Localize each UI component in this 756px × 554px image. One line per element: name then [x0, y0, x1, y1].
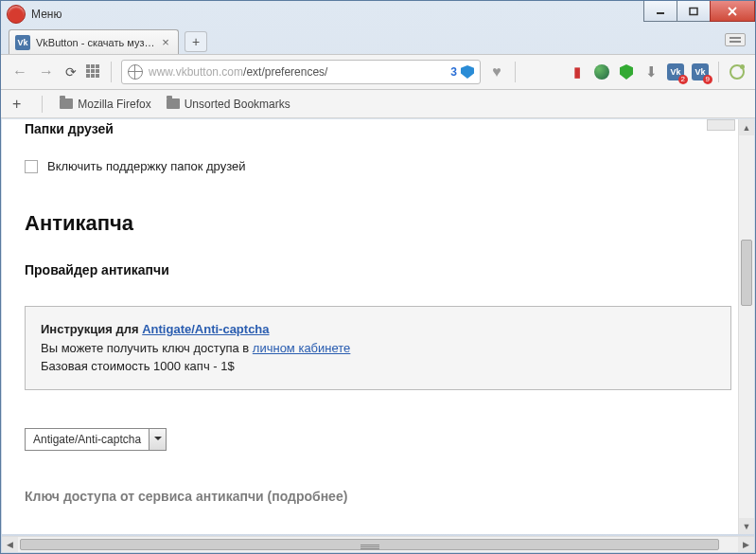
ext-bookmark-icon[interactable]: ▮	[569, 63, 586, 80]
info-prefix: Инструкция для	[41, 322, 142, 336]
scroll-thumb[interactable]	[741, 240, 752, 306]
reload-button[interactable]: ⟳	[63, 64, 79, 80]
info-line3: Базовая стоимость 1000 капч - 1$	[41, 357, 715, 376]
ext-download-icon[interactable]: ⬇	[642, 63, 659, 80]
window-controls	[643, 1, 755, 22]
hscroll-track[interactable]	[18, 537, 738, 552]
bookmark-label: Unsorted Bookmarks	[185, 98, 290, 111]
tab-strip: Vk VkButton - скачать музык × +	[1, 27, 755, 54]
ext-vk-icon-2[interactable]: Vk9	[692, 63, 709, 80]
extension-icons: ▮ ⬇ Vk2 Vk9	[569, 62, 746, 82]
tab-favicon: Vk	[15, 35, 30, 50]
section-heading-friends: Папки друзей	[25, 121, 731, 136]
bookmarks-bar: + Mozilla Firefox Unsorted Bookmarks	[1, 90, 755, 118]
divider	[515, 62, 516, 82]
panel-toggle-icon[interactable]	[725, 33, 746, 46]
globe-icon	[128, 64, 143, 80]
add-bookmark-button[interactable]: +	[12, 96, 21, 113]
cabinet-link[interactable]: личном кабинете	[253, 341, 351, 355]
page-thumb[interactable]	[707, 119, 735, 131]
section-heading-anticaptcha: Антикапча	[25, 211, 731, 236]
addressbar-indicators: 3	[450, 65, 474, 79]
scroll-right-button[interactable]: ▶	[738, 537, 754, 552]
divider	[42, 96, 43, 113]
ext-sync-icon[interactable]	[729, 63, 746, 80]
toolbar: ← → ⟳ www.vkbutton.com/ext/preferences/ …	[1, 54, 755, 90]
dropdown-value: Antigate/Anti-captcha	[26, 429, 149, 450]
horizontal-scrollbar[interactable]: ◀ ▶	[2, 536, 754, 552]
opera-menu-button[interactable]	[7, 5, 26, 24]
scroll-left-button[interactable]: ◀	[2, 537, 18, 552]
vertical-scrollbar[interactable]: ▲ ▼	[738, 119, 754, 534]
titlebar: Меню	[1, 1, 755, 27]
anticaptcha-info-box: Инструкция для Antigate/Anti-captcha Вы …	[25, 306, 731, 390]
antigate-link[interactable]: Antigate/Anti-captcha	[142, 322, 269, 336]
address-bar[interactable]: www.vkbutton.com/ext/preferences/ 3	[121, 60, 481, 84]
scroll-up-button[interactable]: ▲	[739, 119, 754, 135]
divider	[111, 62, 112, 82]
scroll-down-button[interactable]: ▼	[739, 518, 754, 534]
close-button[interactable]	[710, 1, 755, 22]
forward-button[interactable]: →	[37, 63, 56, 80]
url-host: www.vkbutton.com	[149, 65, 243, 79]
scroll-track[interactable]	[739, 135, 754, 518]
content-viewport: Папки друзей Включить поддержку папок др…	[2, 119, 754, 534]
folder-icon	[167, 98, 180, 109]
bookmark-label: Mozilla Firefox	[78, 98, 150, 111]
provider-subheading: Провайдер антикапчи	[25, 262, 731, 277]
back-button[interactable]: ←	[10, 63, 29, 80]
info-line2a: Вы можете получить ключ доступа в	[41, 341, 253, 355]
hscroll-thumb[interactable]	[20, 539, 719, 550]
ext-globe-green-icon[interactable]	[593, 63, 610, 80]
ext-vk-icon-1[interactable]: Vk2	[667, 63, 684, 80]
tab-title: VkButton - скачать музык	[36, 37, 155, 48]
new-tab-button[interactable]: +	[185, 31, 207, 52]
shield-icon[interactable]	[461, 65, 474, 79]
friends-checkbox-label: Включить поддержку папок друзей	[47, 159, 246, 173]
friends-folders-checkbox[interactable]	[25, 160, 38, 173]
folder-icon	[60, 98, 73, 109]
provider-dropdown[interactable]: Antigate/Anti-captcha	[25, 428, 167, 451]
blocker-count: 3	[450, 65, 457, 79]
friends-folders-checkbox-row: Включить поддержку папок друзей	[25, 159, 731, 173]
tab-active[interactable]: Vk VkButton - скачать музык ×	[9, 29, 179, 54]
cutoff-heading: Ключ доступа от сервиса антикапчи (подро…	[25, 489, 731, 504]
speed-dial-icon[interactable]	[86, 64, 101, 80]
grip-icon	[360, 544, 379, 551]
svg-rect-1	[690, 8, 697, 14]
ext-shield-green-icon[interactable]	[618, 63, 635, 80]
browser-window: Меню Vk VkButton - скачать музык × + ← →…	[0, 0, 756, 554]
tab-close-icon[interactable]: ×	[159, 36, 172, 49]
chevron-down-icon	[149, 429, 166, 450]
url-path: /ext/preferences/	[243, 65, 327, 79]
bookmark-folder-firefox[interactable]: Mozilla Firefox	[60, 98, 150, 111]
page-content: Папки друзей Включить поддержку папок др…	[2, 119, 754, 534]
bookmark-heart-icon[interactable]: ♥	[488, 63, 505, 80]
bookmark-folder-unsorted[interactable]: Unsorted Bookmarks	[167, 98, 290, 111]
minimize-button[interactable]	[643, 1, 677, 22]
menu-label[interactable]: Меню	[31, 8, 62, 21]
maximize-button[interactable]	[677, 1, 711, 22]
divider	[718, 62, 719, 82]
